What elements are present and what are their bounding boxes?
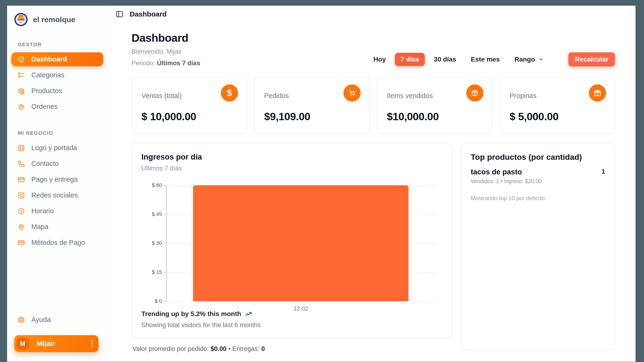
stat-card-pedidos: Pedidos $9,109.00 bbox=[254, 77, 370, 134]
credit-card-icon bbox=[18, 239, 25, 246]
sidebar-bottom: Ayuda M Mijair bbox=[7, 313, 106, 356]
filter-7-dias[interactable]: 7 días bbox=[395, 53, 425, 66]
sidebar-item-productos[interactable]: Productos bbox=[11, 84, 103, 98]
y-axis-tick bbox=[164, 185, 166, 186]
life-buoy-icon bbox=[18, 316, 25, 323]
y-axis-tick bbox=[164, 243, 166, 244]
sidebar-item-label: Categorias bbox=[31, 71, 64, 79]
chevron-down-icon bbox=[538, 56, 544, 62]
y-axis-tick-label: $ 60 bbox=[152, 182, 162, 188]
filter-rango[interactable]: Rango bbox=[509, 53, 550, 66]
brand-logo-icon: REMOLQUE MIX bbox=[14, 13, 28, 26]
basket-icon bbox=[18, 103, 25, 110]
y-axis-tick-label: $ 0 bbox=[155, 298, 162, 304]
stat-value: $ 10,000.00 bbox=[142, 110, 237, 123]
brand-name: el remolque bbox=[33, 15, 76, 24]
avg-order-value: $0.00 bbox=[210, 345, 226, 352]
y-axis-tick bbox=[164, 272, 166, 273]
clock-icon bbox=[18, 208, 25, 215]
y-axis-tick bbox=[164, 214, 166, 215]
brand: REMOLQUE MIX el remolque bbox=[7, 13, 106, 26]
period-text: Periodo: Últimos 7 días bbox=[132, 60, 200, 67]
phone-icon bbox=[18, 160, 25, 167]
topbar: Dashboard bbox=[107, 6, 636, 22]
user-name: Mijair bbox=[37, 340, 55, 348]
filter-este-mes[interactable]: Este mes bbox=[465, 53, 506, 66]
stat-card-ventas: Ventas (total) $ 10,000.00 $ bbox=[132, 77, 247, 134]
sidebar-item-label: Redes sociales bbox=[31, 191, 78, 199]
gauge-icon bbox=[18, 56, 25, 63]
sidebar-item-horario[interactable]: Horario bbox=[11, 204, 103, 218]
cart-icon bbox=[344, 84, 361, 102]
top-products-title: Top productos (por cantidad) bbox=[471, 152, 605, 162]
user-menu-button[interactable]: M Mijair bbox=[14, 335, 98, 352]
sidebar-item-mapa[interactable]: Mapa bbox=[11, 220, 103, 234]
page-header: Dashboard Bienvenido, Mijair Periodo: Úl… bbox=[132, 31, 615, 67]
sidebar-item-label: Métodos de Pago bbox=[31, 239, 85, 246]
stats-row: Ventas (total) $ 10,000.00 $ Pedidos $9,… bbox=[132, 77, 615, 134]
filter-hoy[interactable]: Hoy bbox=[368, 53, 392, 66]
chart-bar bbox=[193, 185, 408, 301]
panel-left-icon[interactable] bbox=[116, 10, 124, 18]
y-axis-tick-label: $ 30 bbox=[152, 240, 162, 246]
sidebar-section-mi-negocio: MI NEGOCIO bbox=[18, 130, 102, 136]
chart-footer: Trending up by 5.2% this month Showing t… bbox=[142, 310, 442, 329]
chart-caption: Showing total visitors for the last 6 mo… bbox=[142, 322, 442, 329]
map-pin-icon bbox=[18, 224, 25, 230]
sidebar: REMOLQUE MIX el remolque GESTOR Dashboar… bbox=[7, 6, 107, 361]
stat-card-items-vendidos: Items vendidos $10,000.00 bbox=[377, 77, 492, 134]
chart-plot: 12-02 bbox=[166, 185, 436, 301]
dashboard-grid: Ingresos por día Últimos 7 días $ 60$ 45… bbox=[132, 143, 615, 352]
sidebar-item-label: Mapa bbox=[31, 223, 48, 231]
sidebar-item-logo-y-portada[interactable]: Logo y portada bbox=[11, 141, 103, 155]
period-value: Últimos 7 días bbox=[157, 60, 200, 67]
chart-y-labels: $ 60$ 45$ 30$ 15$ 0 bbox=[142, 185, 166, 301]
period-label: Periodo: bbox=[132, 60, 155, 67]
dollar-icon: $ bbox=[221, 84, 238, 102]
page-title: Dashboard bbox=[132, 31, 200, 44]
avg-order-label: Valor promedio por pedido: bbox=[132, 345, 209, 352]
bar-chart: $ 60$ 45$ 30$ 15$ 0 12-02 bbox=[142, 185, 442, 301]
categories-icon bbox=[18, 72, 25, 79]
sidebar-item-label: Logo y portada bbox=[31, 144, 77, 152]
sidebar-item-redes-sociales[interactable]: Redes sociales bbox=[11, 188, 103, 202]
filter-rango-label: Rango bbox=[514, 56, 535, 63]
summary-line: Valor promedio por pedido: $0.00 • Entre… bbox=[132, 345, 452, 352]
chart-card: Ingresos por día Últimos 7 días $ 60$ 45… bbox=[132, 143, 452, 338]
sidebar-item-label: Pago y entrega bbox=[31, 176, 78, 183]
sidebar-item-contacto[interactable]: Contacto bbox=[11, 157, 103, 171]
recalculate-button[interactable]: Recalcular bbox=[568, 52, 615, 66]
sidebar-item-ordenes[interactable]: Ordenes bbox=[11, 100, 103, 114]
sidebar-item-metodos-de-pago[interactable]: Métodos de Pago bbox=[11, 236, 103, 250]
product-name: tacos de pasto bbox=[471, 168, 522, 176]
filter-30-dias[interactable]: 30 días bbox=[428, 53, 462, 66]
kebab-menu-icon[interactable] bbox=[92, 340, 93, 347]
sidebar-item-dashboard[interactable]: Dashboard bbox=[11, 52, 103, 66]
chart-title: Ingresos por día bbox=[142, 152, 442, 162]
trending-up-icon bbox=[245, 310, 252, 318]
chart-subtitle: Últimos 7 días bbox=[142, 165, 442, 172]
sidebar-item-label: Ordenes bbox=[31, 103, 58, 110]
package-icon bbox=[466, 84, 484, 102]
stat-card-propinas: Propinas $ 5,000.00 bbox=[500, 77, 615, 134]
topbar-title: Dashboard bbox=[130, 10, 167, 18]
main-area: Dashboard Dashboard Bienvenido, Mijair P… bbox=[107, 6, 636, 361]
sidebar-item-label: Productos bbox=[31, 87, 62, 95]
product-quantity: 1 bbox=[601, 168, 605, 175]
x-axis-tick-label: 12-02 bbox=[294, 306, 308, 312]
sidebar-item-ayuda[interactable]: Ayuda bbox=[11, 313, 103, 327]
y-axis-tick-label: $ 45 bbox=[152, 211, 162, 217]
app-window: REMOLQUE MIX el remolque GESTOR Dashboar… bbox=[7, 6, 636, 362]
credit-card-icon bbox=[18, 176, 25, 183]
svg-text:MIX: MIX bbox=[19, 21, 23, 24]
svg-text:REMOLQUE: REMOLQUE bbox=[17, 19, 25, 21]
sidebar-item-categorias[interactable]: Categorias bbox=[11, 68, 103, 82]
welcome-text: Bienvenido, Mijair bbox=[132, 48, 200, 56]
top-products-footnote: Mostrando top 10 por defecto. bbox=[471, 195, 605, 202]
stat-value: $9,109.00 bbox=[264, 110, 360, 123]
period-filters: Hoy 7 días 30 días Este mes Rango Recalc… bbox=[368, 52, 615, 67]
sidebar-item-label: Ayuda bbox=[31, 316, 51, 324]
instagram-icon bbox=[18, 192, 25, 199]
sidebar-item-label: Dashboard bbox=[31, 56, 67, 63]
sidebar-item-pago-y-entrega[interactable]: Pago y entrega bbox=[11, 172, 103, 186]
